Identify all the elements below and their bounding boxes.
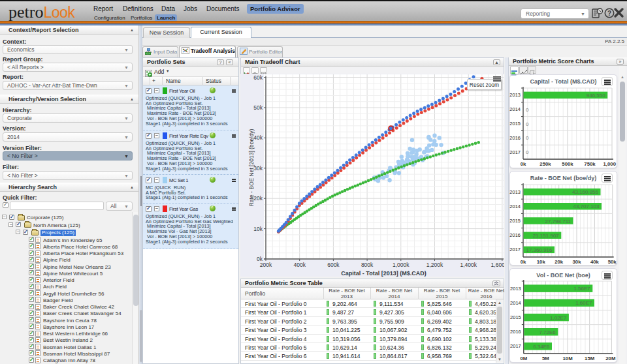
svg-text:2013: 2013 [510,286,521,292]
svg-text:2017: 2017 [509,149,521,155]
svg-text:10k: 10k [253,226,263,232]
svg-text:20k: 20k [555,259,564,265]
svg-text:5M: 5M [542,356,549,361]
svg-text:2016: 2016 [509,135,521,141]
svg-text:17,360.916: 17,360.916 [526,247,553,253]
svg-text:2017: 2017 [509,247,521,252]
svg-text:2014: 2014 [509,106,521,112]
svg-text:2013: 2013 [509,189,521,195]
svg-text:2017: 2017 [510,343,521,349]
svg-text:30k: 30k [253,165,263,172]
svg-text:15M: 15M [585,356,594,361]
svg-text:21,151.907: 21,151.907 [533,233,560,239]
svg-text:30k: 30k [572,259,581,265]
svg-text:1.02E7: 1.02E7 [550,315,567,321]
svg-text:40k: 40k [590,259,600,265]
svg-text:946,550: 946,550 [587,93,605,99]
svg-text:60k: 60k [253,74,263,81]
svg-text:10k: 10k [537,259,546,265]
svg-text:2016: 2016 [510,329,521,335]
svg-text:50k: 50k [608,259,617,265]
svg-text:2014: 2014 [510,300,521,306]
svg-text:200k: 200k [260,262,272,268]
svg-text:0: 0 [526,149,529,155]
svg-text:7.72E6: 7.72E6 [539,329,556,335]
svg-text:1.60E7: 1.60E7 [575,300,592,306]
svg-text:2016: 2016 [509,232,521,238]
svg-text:0: 0 [526,121,529,127]
svg-text:20k: 20k [253,195,263,202]
svg-text:2013: 2013 [509,92,521,98]
svg-text:10M: 10M [563,356,573,361]
svg-text:2015: 2015 [509,121,521,127]
svg-text:500k: 500k [562,161,573,167]
svg-text:2014: 2014 [509,204,521,209]
svg-text:1,600: 1,600 [491,262,504,268]
svg-text:750k: 750k [584,161,596,167]
svg-text:400k: 400k [293,262,306,268]
svg-text:50k: 50k [253,104,263,111]
svg-text:800k: 800k [361,262,374,268]
svg-text:6.34E6: 6.34E6 [533,344,550,350]
svg-text:Rate - BOE Net [2013] (boe/dy): Rate - BOE Net [2013] (boe/dy) [248,129,255,207]
svg-text:?: ? [607,10,611,17]
svg-text:20M: 20M [605,356,615,361]
svg-text:1,000k: 1,000k [393,262,410,268]
svg-text:0k: 0k [521,161,526,167]
svg-text:250k: 250k [539,161,551,167]
svg-text:27,798.711: 27,798.711 [545,219,571,224]
svg-text:43,707.103: 43,707.103 [573,204,600,209]
svg-text:43,160.856: 43,160.856 [572,189,599,195]
svg-text:1,000: 1,000 [603,161,616,167]
svg-text:2015: 2015 [509,218,521,224]
svg-text:0: 0 [526,107,529,113]
svg-text:2015: 2015 [510,314,521,320]
svg-text:600k: 600k [327,262,340,268]
svg-text:40k: 40k [253,134,263,141]
svg-text:0M: 0M [520,356,527,361]
svg-text:Capital - Total [2013] (M$.CAD: Capital - Total [2013] (M$.CAD) [341,270,426,277]
svg-text:1.56E7: 1.56E7 [573,286,590,292]
svg-text:0: 0 [526,135,529,141]
svg-text:1,200k: 1,200k [426,262,443,268]
svg-text:0k: 0k [521,259,526,265]
svg-text:1,400k: 1,400k [460,262,477,268]
